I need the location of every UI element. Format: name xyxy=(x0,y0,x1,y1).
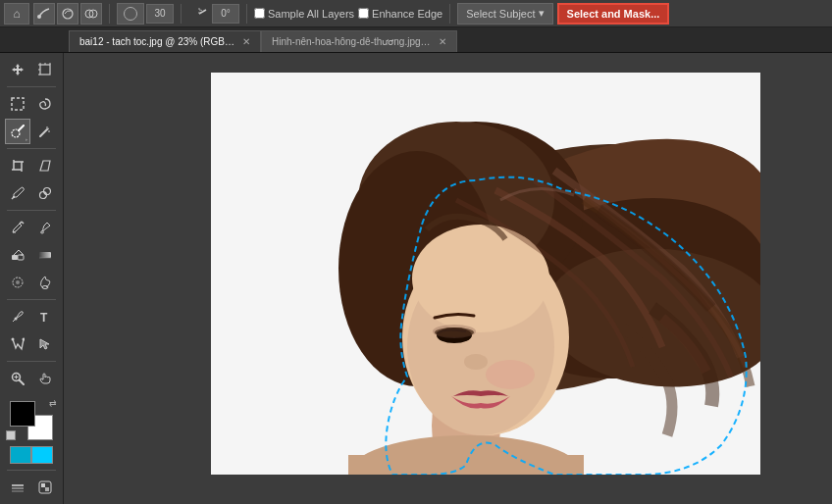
select-subject-dropdown-arrow: ▾ xyxy=(539,7,545,20)
brush-mode-2[interactable] xyxy=(57,3,78,25)
canvas-area xyxy=(64,53,832,504)
angle-icon xyxy=(188,3,210,25)
swap-colors-icon[interactable]: ⇄ xyxy=(49,399,57,408)
brush-preview[interactable] xyxy=(117,3,144,25)
svg-point-41 xyxy=(12,338,15,341)
tab-0-label: bai12 - tach toc.jpg @ 23% (RGB/8#) * xyxy=(79,36,236,47)
text-tool[interactable]: T xyxy=(32,304,58,329)
perspective-crop-tool[interactable] xyxy=(32,153,58,178)
rect-select-icon xyxy=(11,97,25,111)
pen-tool[interactable] xyxy=(5,304,30,329)
tool-row-eyedrop xyxy=(5,180,58,206)
quick-select-tool[interactable]: ▸ xyxy=(5,119,30,144)
mask-icon xyxy=(38,480,52,494)
quick-select-icon xyxy=(11,125,25,138)
select-and-mask-button[interactable]: Select and Mask... xyxy=(557,3,670,25)
move-tool[interactable] xyxy=(5,57,30,82)
artboard-icon xyxy=(38,63,52,76)
quick-color-2[interactable] xyxy=(31,446,53,464)
hand-tool[interactable] xyxy=(32,366,58,391)
svg-point-28 xyxy=(44,192,46,194)
separator-4 xyxy=(449,4,450,24)
angle-group: 0° xyxy=(188,3,239,25)
enhance-edge-label[interactable]: Enhance Edge xyxy=(358,8,442,20)
svg-rect-34 xyxy=(39,252,51,258)
tab-1[interactable]: Hinh-nên-hoa-hông-dê-thương.jpg @ 53.7% … xyxy=(261,30,457,52)
artboard-tool[interactable] xyxy=(32,57,58,82)
svg-point-68 xyxy=(433,325,476,338)
brush-mode-3[interactable] xyxy=(80,3,102,25)
tool-row-eraser xyxy=(5,242,58,268)
rect-select-tool[interactable] xyxy=(5,91,30,117)
home-icon: ⌂ xyxy=(13,7,20,21)
eraser-tool[interactable] xyxy=(5,242,30,268)
tab-bar: bai12 - tach toc.jpg @ 23% (RGB/8#) * ✕ … xyxy=(0,27,832,53)
crop-icon xyxy=(11,159,25,173)
quick-color-1[interactable] xyxy=(10,446,31,464)
brush-circle-preview xyxy=(124,7,137,21)
angle-value[interactable]: 0° xyxy=(212,4,239,24)
layer-comp-tool[interactable] xyxy=(5,475,30,500)
svg-point-38 xyxy=(42,286,48,289)
blur-tool[interactable] xyxy=(5,270,30,295)
brush-stroke-tool[interactable] xyxy=(33,3,55,25)
lasso-tool[interactable] xyxy=(32,91,58,117)
select-subject-button[interactable]: Select Subject ▾ xyxy=(457,3,552,25)
home-button[interactable]: ⌂ xyxy=(4,3,29,25)
foreground-color-swatch[interactable] xyxy=(10,401,35,427)
svg-line-15 xyxy=(19,126,24,130)
svg-rect-48 xyxy=(12,487,24,489)
arrow-select-tool[interactable] xyxy=(32,331,58,357)
brush-size-value[interactable]: 30 xyxy=(146,4,174,24)
canvas-container xyxy=(211,73,760,475)
ruler-tool[interactable] xyxy=(32,180,58,206)
pencil-icon xyxy=(11,221,25,234)
tool-row-blur xyxy=(5,270,58,295)
top-toolbar: ⌂ 30 xyxy=(0,0,832,27)
svg-rect-47 xyxy=(12,484,24,486)
tool-row-move xyxy=(5,57,58,82)
gradient-tool[interactable] xyxy=(32,242,58,268)
magic-wand-tool[interactable] xyxy=(32,119,58,144)
move-icon xyxy=(11,63,25,76)
zoom-tool[interactable] xyxy=(5,366,30,391)
perspective-icon xyxy=(38,159,52,173)
pencil-tool[interactable] xyxy=(5,215,30,240)
svg-rect-49 xyxy=(12,490,24,492)
svg-rect-6 xyxy=(40,65,50,75)
tab-0-close[interactable]: ✕ xyxy=(242,37,250,47)
tab-0[interactable]: bai12 - tach toc.jpg @ 23% (RGB/8#) * ✕ xyxy=(69,30,261,52)
tab-1-close[interactable]: ✕ xyxy=(439,37,446,47)
pen-icon xyxy=(11,310,25,324)
path-select-tool[interactable] xyxy=(5,331,30,357)
brush-tool[interactable] xyxy=(32,215,58,240)
gradient-icon xyxy=(38,248,52,262)
enhance-edge-checkbox[interactable] xyxy=(358,8,369,19)
tool-sep-6 xyxy=(7,470,56,471)
sample-all-layers-checkbox[interactable] xyxy=(254,8,265,19)
brush-stroke-icon xyxy=(37,7,51,21)
tool-arrow: ▸ xyxy=(26,136,28,142)
sample-all-layers-label[interactable]: Sample All Layers xyxy=(254,8,354,20)
tool-row-select xyxy=(5,91,58,117)
select-and-mask-label: Select and Mask... xyxy=(567,8,660,20)
tool-sep-2 xyxy=(7,148,56,149)
svg-text:T: T xyxy=(40,311,48,324)
crop-tool[interactable] xyxy=(5,153,30,178)
lasso-icon xyxy=(38,97,52,111)
eyedropper-icon xyxy=(11,186,25,200)
reset-colors-icon[interactable] xyxy=(6,430,16,440)
svg-point-71 xyxy=(486,360,535,389)
svg-line-16 xyxy=(40,129,47,136)
zoom-icon xyxy=(11,372,25,385)
tool-row-bottom xyxy=(5,475,58,500)
tab-1-label: Hinh-nên-hoa-hông-dê-thương.jpg @ 53.7% … xyxy=(272,36,433,47)
eyedropper-tool[interactable] xyxy=(5,180,30,206)
sample-all-layers-text: Sample All Layers xyxy=(268,8,354,20)
burn-tool[interactable] xyxy=(32,270,58,295)
svg-rect-51 xyxy=(41,483,45,487)
blur-icon xyxy=(11,276,25,289)
mask-tool[interactable] xyxy=(32,475,58,500)
svg-point-37 xyxy=(16,280,20,284)
color-swatch-area: ⇄ xyxy=(6,399,57,440)
